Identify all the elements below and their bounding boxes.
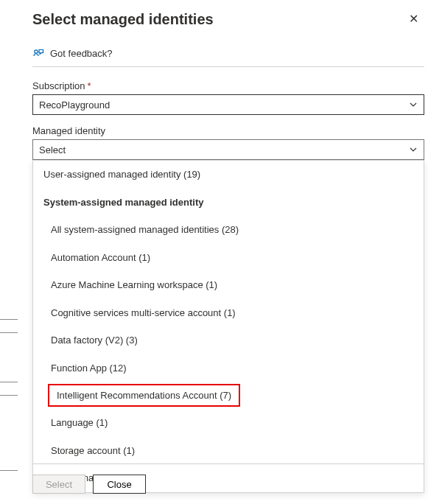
footer-divider <box>32 463 424 464</box>
select-button: Select <box>32 475 85 494</box>
dropdown-item-storage[interactable]: Storage account (1) <box>33 437 424 465</box>
close-button[interactable]: Close <box>93 475 146 494</box>
svg-point-0 <box>35 50 38 53</box>
dropdown-item-intelligent[interactable]: Intelligent Recommendations Account (7) <box>48 384 240 407</box>
dropdown-item-aml[interactable]: Azure Machine Learning workspace (1) <box>33 271 424 299</box>
subscription-label: Subscription* <box>32 80 424 91</box>
feedback-text: Got feedback? <box>50 48 113 59</box>
dropdown-item-language[interactable]: Language (1) <box>33 409 424 437</box>
subscription-select[interactable]: RecoPlayground <box>32 94 424 115</box>
panel-title: Select managed identities <box>32 11 214 28</box>
dropdown-item-user-assigned[interactable]: User-assigned managed identity (19) <box>33 161 424 189</box>
dropdown-group-system: System-assigned managed identity <box>33 189 424 217</box>
dropdown-item-datafactory[interactable]: Data factory (V2) (3) <box>33 326 424 354</box>
dropdown-item-cognitive[interactable]: Cognitive services multi-service account… <box>33 299 424 327</box>
close-icon[interactable]: ✕ <box>403 10 424 28</box>
managed-identity-label: Managed identity <box>32 125 424 136</box>
dropdown-item-all[interactable]: All system-assigned managed identities (… <box>33 216 424 244</box>
dropdown-item-intelligent-wrapper[interactable]: Intelligent Recommendations Account (7) <box>33 382 424 409</box>
chevron-down-icon <box>409 100 418 109</box>
feedback-link[interactable]: Got feedback? <box>32 32 424 67</box>
required-star: * <box>88 80 91 91</box>
dropdown-item-functionapp[interactable]: Function App (12) <box>33 354 424 382</box>
dropdown-item-automation[interactable]: Automation Account (1) <box>33 244 424 272</box>
subscription-value: RecoPlayground <box>39 99 110 111</box>
managed-identity-placeholder: Select <box>39 144 66 155</box>
left-decorations <box>0 0 21 504</box>
chevron-down-icon <box>409 145 418 154</box>
managed-identity-dropdown: User-assigned managed identity (19) Syst… <box>32 160 424 493</box>
managed-identity-select[interactable]: Select <box>32 139 424 160</box>
feedback-icon <box>32 47 44 59</box>
